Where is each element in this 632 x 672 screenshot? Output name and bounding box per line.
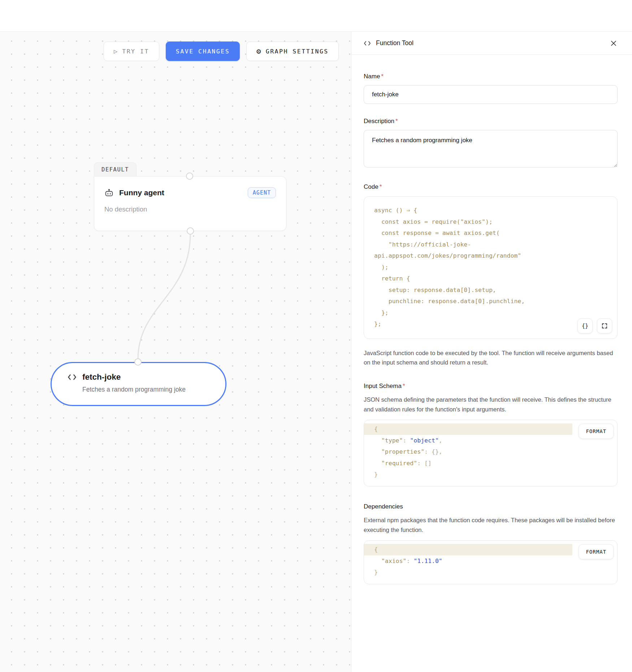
- save-changes-label: SAVE CHANGES: [176, 48, 230, 55]
- tool-node-header: fetch-joke: [68, 372, 215, 382]
- function-tool-panel: Function Tool Name* Description* Fetches…: [351, 32, 632, 672]
- input-schema-label: Input Schema*: [364, 383, 618, 390]
- code-label: Code*: [364, 183, 618, 191]
- dependencies-help-text: External npm packages that the function …: [364, 515, 618, 534]
- agent-type-badge: AGENT: [248, 187, 276, 198]
- braces-button[interactable]: {}: [577, 318, 593, 333]
- input-schema-label-text: Input Schema: [364, 383, 402, 389]
- required-marker: *: [380, 183, 382, 190]
- required-marker: *: [381, 73, 384, 80]
- dependencies-label-text: Dependencies: [364, 503, 403, 510]
- description-label: Description*: [364, 118, 618, 125]
- input-schema-help-text: JSON schema defining the parameters that…: [364, 395, 618, 414]
- tool-node-fetch-joke[interactable]: fetch-joke Fetches a random programming …: [51, 362, 226, 406]
- close-icon: [610, 40, 617, 47]
- required-marker: *: [395, 118, 398, 125]
- main-area: ▷ TRY IT SAVE CHANGES ⚙ GRAPH SETTINGS D…: [0, 32, 632, 672]
- edge-agent-to-tool: [0, 32, 351, 672]
- panel-header: Function Tool: [351, 32, 632, 55]
- name-label-text: Name: [364, 73, 380, 80]
- play-icon: ▷: [114, 48, 117, 55]
- tool-node-description: Fetches a random programming joke: [82, 386, 215, 393]
- try-it-button[interactable]: ▷ TRY IT: [104, 42, 159, 61]
- panel-body: Name* Description* Fetches a random prog…: [351, 55, 632, 584]
- expand-button[interactable]: [597, 318, 612, 333]
- description-textarea[interactable]: Fetches a random programming joke: [364, 130, 618, 167]
- agent-input-handle[interactable]: [186, 173, 193, 180]
- top-bar: [0, 0, 632, 32]
- agent-node[interactable]: Funny agent AGENT No description: [94, 176, 286, 231]
- agent-node-tab[interactable]: DEFAULT: [94, 162, 137, 176]
- code-label-text: Code: [364, 183, 378, 190]
- name-label: Name*: [364, 73, 618, 80]
- format-dependencies-button[interactable]: FORMAT: [579, 544, 614, 559]
- format-schema-button[interactable]: FORMAT: [579, 424, 614, 439]
- required-marker: *: [403, 383, 405, 389]
- app: ▷ TRY IT SAVE CHANGES ⚙ GRAPH SETTINGS D…: [0, 0, 632, 672]
- dependencies-editor[interactable]: FORMAT { "axios": "1.11.0"}: [364, 540, 618, 584]
- code-editor-content[interactable]: async () ⇒ { const axios = require("axio…: [364, 205, 617, 330]
- name-input[interactable]: [364, 85, 618, 104]
- description-label-text: Description: [364, 118, 394, 125]
- save-changes-button[interactable]: SAVE CHANGES: [166, 42, 240, 61]
- tool-input-handle[interactable]: [134, 358, 142, 366]
- gear-icon: ⚙: [256, 48, 261, 55]
- input-schema-editor[interactable]: FORMAT { "type": "object", "properties":…: [364, 420, 618, 486]
- canvas-toolbar: ▷ TRY IT SAVE CHANGES ⚙ GRAPH SETTINGS: [104, 42, 339, 61]
- graph-canvas[interactable]: ▷ TRY IT SAVE CHANGES ⚙ GRAPH SETTINGS D…: [0, 32, 351, 672]
- code-icon: [68, 374, 77, 381]
- agent-output-handle[interactable]: [187, 227, 194, 235]
- agent-node-header: Funny agent AGENT: [104, 187, 276, 198]
- code-icon: [364, 40, 371, 46]
- expand-icon: [602, 323, 607, 329]
- agent-node-description: No description: [104, 205, 276, 213]
- graph-settings-button[interactable]: ⚙ GRAPH SETTINGS: [246, 42, 339, 61]
- dependencies-label: Dependencies: [364, 503, 618, 510]
- try-it-label: TRY IT: [122, 48, 149, 55]
- graph-settings-label: GRAPH SETTINGS: [266, 48, 329, 55]
- code-editor[interactable]: async () ⇒ { const axios = require("axio…: [364, 196, 618, 339]
- close-panel-button[interactable]: [609, 39, 618, 48]
- agent-node-title: Funny agent: [119, 188, 242, 197]
- panel-title: Function Tool: [376, 39, 414, 47]
- robot-icon: [104, 188, 114, 197]
- code-editor-actions: {}: [577, 318, 612, 333]
- code-help-text: JavaScript function code to be executed …: [364, 348, 618, 367]
- tool-node-title: fetch-joke: [82, 372, 121, 382]
